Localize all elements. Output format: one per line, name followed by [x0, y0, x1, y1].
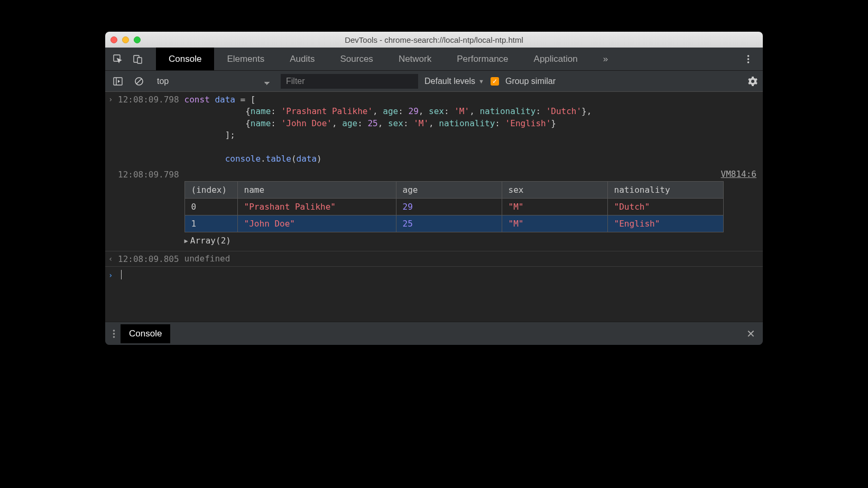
minimize-window-button[interactable]: [122, 36, 129, 43]
table-header[interactable]: nationality: [607, 182, 723, 199]
svg-point-3: [747, 55, 749, 57]
execution-context-select[interactable]: top: [153, 74, 274, 88]
triangle-right-icon: ▶: [184, 237, 188, 245]
panel-tabs: Console Elements Audits Sources Network …: [156, 48, 621, 70]
console-return-entry: ‹ 12:08:09.805 undefined: [105, 251, 763, 267]
svg-point-4: [747, 58, 749, 60]
svg-point-12: [113, 336, 115, 338]
table-header[interactable]: sex: [502, 182, 607, 199]
console-table: (index) name age sex nationality 0 "Pras…: [184, 181, 724, 232]
device-toolbar-icon[interactable]: [131, 52, 145, 67]
tab-performance[interactable]: Performance: [444, 48, 521, 70]
tab-audits[interactable]: Audits: [277, 48, 327, 70]
more-menu-icon[interactable]: [741, 52, 755, 67]
svg-point-11: [113, 333, 115, 335]
log-levels-select[interactable]: Default levels▼: [424, 77, 484, 86]
console-filterbar: top Default levels▼ ✓ Group similar: [105, 71, 763, 92]
maximize-window-button[interactable]: [134, 36, 141, 43]
vm-source-link[interactable]: VM814:6: [721, 169, 756, 179]
chevron-right-icon: ›: [108, 94, 118, 165]
console-output: › 12:08:09.798 const data = [ {name: 'Pr…: [105, 92, 763, 322]
traffic-lights: [110, 36, 141, 43]
code-input: const data = [ {name: 'Prashant Palikhe'…: [184, 94, 592, 165]
console-prompt[interactable]: ›: [105, 267, 763, 283]
devtools-window: DevTools - chrome-search://local-ntp/loc…: [105, 32, 763, 345]
svg-line-9: [136, 79, 142, 84]
timestamp: 12:08:09.798: [118, 94, 179, 165]
timestamp: 12:08:09.798: [118, 169, 179, 249]
tabs-overflow-button[interactable]: »: [590, 48, 621, 70]
main-tabbar: Console Elements Audits Sources Network …: [105, 48, 763, 71]
table-header[interactable]: (index): [184, 182, 237, 199]
table-row: 0 "Prashant Palikhe" 29 "M" "Dutch": [184, 199, 723, 215]
table-header[interactable]: age: [396, 182, 502, 199]
close-icon[interactable]: ✕: [746, 327, 755, 340]
table-header-row: (index) name age sex nationality: [184, 182, 723, 199]
close-window-button[interactable]: [110, 36, 117, 43]
svg-point-10: [113, 330, 115, 332]
svg-point-5: [747, 61, 749, 63]
chevron-left-icon: ‹: [108, 254, 118, 264]
drawer-menu-icon[interactable]: [113, 329, 115, 339]
table-header[interactable]: name: [237, 182, 396, 199]
filter-input[interactable]: [281, 74, 418, 89]
prompt-chevron-icon: ›: [108, 270, 118, 279]
tab-console[interactable]: Console: [156, 48, 214, 70]
tab-network[interactable]: Network: [386, 48, 444, 70]
timestamp: 12:08:09.805: [118, 254, 179, 264]
titlebar: DevTools - chrome-search://local-ntp/loc…: [105, 32, 763, 48]
table-row: 1 "John Doe" 25 "M" "English": [184, 215, 723, 232]
group-similar-label: Group similar: [505, 77, 556, 86]
tab-elements[interactable]: Elements: [214, 48, 277, 70]
drawer-tab-console[interactable]: Console: [121, 324, 170, 343]
clear-console-icon[interactable]: [132, 74, 146, 89]
text-cursor: [121, 270, 122, 279]
toggle-sidebar-icon[interactable]: [110, 74, 125, 89]
window-title: DevTools - chrome-search://local-ntp/loc…: [105, 35, 763, 44]
console-table-entry: 12:08:09.798 VM814:6 (index) name age se…: [105, 167, 763, 251]
console-input-entry: › 12:08:09.798 const data = [ {name: 'Pr…: [105, 92, 763, 167]
inspect-element-icon[interactable]: [110, 52, 125, 67]
drawer: Console ✕: [105, 322, 763, 345]
group-similar-checkbox[interactable]: ✓: [491, 77, 499, 86]
svg-rect-2: [137, 58, 142, 63]
settings-icon[interactable]: [748, 77, 758, 86]
tab-application[interactable]: Application: [521, 48, 590, 70]
tab-sources[interactable]: Sources: [328, 48, 386, 70]
array-expand-toggle[interactable]: ▶ Array(2): [184, 232, 756, 249]
return-value: undefined: [184, 254, 230, 264]
